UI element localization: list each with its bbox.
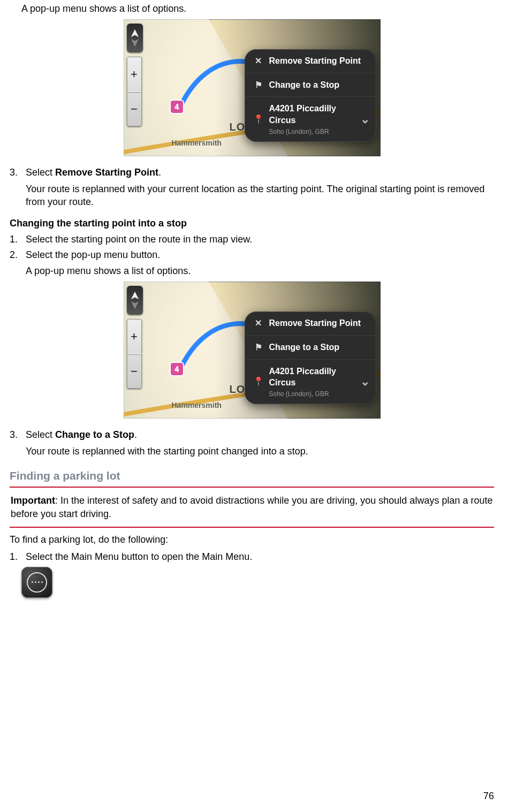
label-hammersmith: Hammersmith: [172, 400, 222, 411]
list-number: 1.: [10, 550, 19, 563]
step-text: Select the Main Menu button to open the …: [26, 551, 252, 562]
svg-marker-3: [131, 301, 138, 309]
popup-item-label: Remove Starting Point: [269, 55, 361, 67]
step-text: Select the pop-up menu button.: [26, 249, 160, 260]
road-shield: 4: [171, 101, 184, 113]
popup-remove-starting-point[interactable]: ✕ Remove Starting Point: [245, 312, 376, 336]
popup-item-label: A4201 Piccadilly Circus Soho (London), G…: [269, 366, 358, 398]
compass-button[interactable]: [127, 286, 143, 315]
popup-item-label: A4201 Piccadilly Circus Soho (London), G…: [269, 103, 358, 135]
divider: [10, 487, 494, 488]
location-icon: 📍: [253, 376, 264, 388]
step-text: Select Change to a Stop.: [26, 429, 137, 440]
svg-marker-1: [131, 39, 138, 47]
context-popup: ✕ Remove Starting Point ⚑ Change to a St…: [245, 49, 376, 142]
zoom-control: + −: [127, 319, 142, 389]
location-icon: 📍: [253, 113, 264, 125]
step-body: Your route is replanned with the startin…: [26, 445, 494, 458]
svg-marker-0: [131, 29, 138, 37]
main-menu-button[interactable]: [21, 567, 52, 598]
compass-button[interactable]: [127, 24, 143, 52]
step-text: Select Remove Starting Point.: [26, 167, 161, 178]
step-body: A pop-up menu shows a list of options.: [26, 264, 494, 277]
flag-icon: ⚑: [253, 342, 264, 353]
zoom-in-button[interactable]: +: [127, 57, 142, 92]
list-number: 1.: [10, 233, 19, 246]
label-hammersmith: Hammersmith: [172, 138, 222, 148]
popup-address-info[interactable]: 📍 A4201 Piccadilly Circus Soho (London),…: [245, 360, 376, 404]
section-heading-parking: Finding a parking lot: [10, 468, 494, 483]
popup-remove-starting-point[interactable]: ✕ Remove Starting Point: [245, 49, 376, 73]
road-shield: 4: [171, 363, 184, 375]
main-menu-icon: [27, 572, 47, 593]
document-page: A pop-up menu shows a list of options. 4…: [0, 2, 509, 812]
popup-item-label: Change to a Stop: [269, 342, 340, 353]
paragraph: A pop-up menu shows a list of options.: [21, 3, 186, 14]
important-body: : In the interest of safety and to avoid…: [11, 495, 492, 519]
chevron-down-icon: ⌄: [360, 374, 370, 390]
popup-item-label: Change to a Stop: [269, 79, 340, 91]
list-number: 3.: [10, 166, 19, 208]
chevron-down-icon: ⌄: [360, 111, 370, 127]
popup-change-to-stop[interactable]: ⚑ Change to a Stop: [245, 73, 376, 97]
step-text: Select the starting point on the route i…: [26, 234, 252, 245]
list-number: 2.: [10, 248, 19, 278]
popup-address-info[interactable]: 📍 A4201 Piccadilly Circus Soho (London),…: [245, 97, 376, 141]
list-number: 3.: [10, 428, 19, 458]
popup-change-to-stop[interactable]: ⚑ Change to a Stop: [245, 336, 376, 360]
svg-marker-2: [131, 292, 138, 299]
paragraph: To find a parking lot, do the following:: [10, 533, 494, 546]
page-number: 76: [483, 790, 494, 802]
step-body: Your route is replanned with your curren…: [26, 183, 494, 209]
popup-item-label: Remove Starting Point: [269, 317, 361, 329]
important-label: Important: [11, 495, 55, 506]
flag-icon: ⚑: [253, 79, 264, 91]
zoom-out-button[interactable]: −: [127, 354, 142, 389]
map-screenshot: 4 LONDON Hammersmith Poplar ⚑ + − ✕ Remo…: [124, 19, 381, 156]
map-screenshot: 4 LONDON Hammersmith Poplar ⚑ + − ✕ Remo…: [124, 282, 381, 419]
zoom-control: + −: [127, 57, 142, 126]
context-popup: ✕ Remove Starting Point ⚑ Change to a St…: [245, 312, 376, 404]
close-icon: ✕: [253, 55, 264, 67]
subheading-change-to-stop: Changing the starting point into a stop: [10, 217, 494, 230]
close-icon: ✕: [253, 317, 264, 329]
zoom-out-button[interactable]: −: [127, 92, 142, 127]
important-callout: Important: In the interest of safety and…: [10, 491, 494, 523]
zoom-in-button[interactable]: +: [127, 319, 142, 354]
divider: [10, 527, 494, 528]
